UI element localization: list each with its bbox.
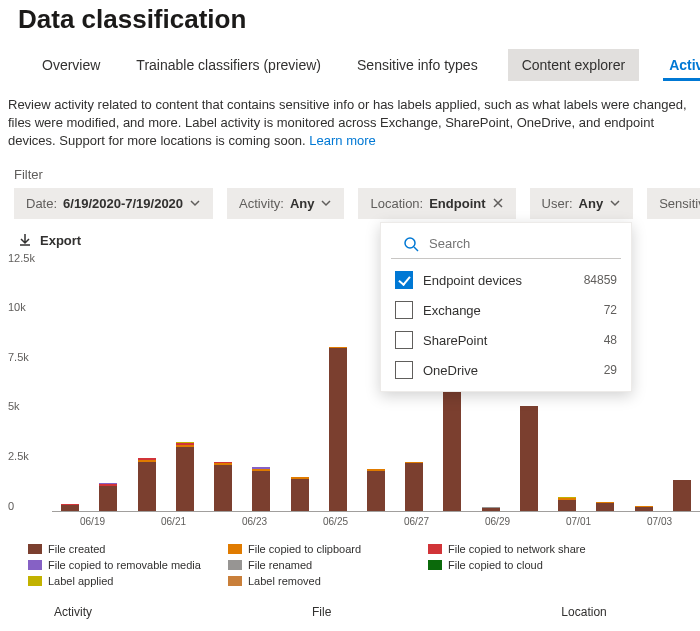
filter-sensitivity[interactable]: Sensitivity xyxy=(647,188,700,219)
legend-item: File copied to cloud xyxy=(428,559,628,571)
chevron-down-icon xyxy=(609,197,621,209)
filter-bar: Date: 6/19/2020-7/19/2020 Activity: Any … xyxy=(4,188,700,219)
legend-item: File renamed xyxy=(228,559,428,571)
footer-columns: Activity File Location xyxy=(14,587,700,619)
bar-column[interactable] xyxy=(128,252,164,511)
bar-column[interactable] xyxy=(167,252,203,511)
tab-bar: OverviewTrainable classifiers (preview)S… xyxy=(4,49,700,82)
legend-item: Label applied xyxy=(28,575,228,587)
chevron-down-icon xyxy=(189,197,201,209)
bar-column[interactable] xyxy=(664,252,700,511)
legend-item: File copied to network share xyxy=(428,543,628,555)
dropdown-option[interactable]: SharePoint48 xyxy=(381,325,631,355)
svg-point-0 xyxy=(405,238,415,248)
description: Review activity related to content that … xyxy=(4,96,700,151)
page-title: Data classification xyxy=(18,4,700,35)
dropdown-option[interactable]: Endpoint devices84859 xyxy=(381,265,631,295)
bar-column[interactable] xyxy=(52,252,88,511)
tab-overview[interactable]: Overview xyxy=(36,49,106,81)
filter-activity[interactable]: Activity: Any xyxy=(227,188,344,219)
y-axis: 12.5k10k7.5k5k2.5k0 xyxy=(8,252,35,512)
bar-column[interactable] xyxy=(243,252,279,511)
tab-sensitive-info-types[interactable]: Sensitive info types xyxy=(351,49,484,81)
bar-column[interactable] xyxy=(90,252,126,511)
dropdown-search-input[interactable] xyxy=(427,235,609,252)
dropdown-option[interactable]: Exchange72 xyxy=(381,295,631,325)
bar-column[interactable] xyxy=(320,252,356,511)
legend: File createdFile copied to clipboardFile… xyxy=(14,537,700,587)
location-dropdown[interactable]: Endpoint devices84859Exchange72SharePoin… xyxy=(380,222,632,392)
legend-item: File copied to clipboard xyxy=(228,543,428,555)
checkbox[interactable] xyxy=(395,301,413,319)
close-icon[interactable] xyxy=(492,197,504,209)
download-icon xyxy=(18,233,32,247)
tab-activity-explorer[interactable]: Activity explorer xyxy=(663,49,700,81)
checkbox[interactable] xyxy=(395,331,413,349)
dropdown-search[interactable] xyxy=(391,229,621,259)
filter-user[interactable]: User: Any xyxy=(530,188,634,219)
dropdown-option[interactable]: OneDrive29 xyxy=(381,355,631,385)
chevron-down-icon xyxy=(320,197,332,209)
checkbox[interactable] xyxy=(395,361,413,379)
legend-item: File created xyxy=(28,543,228,555)
legend-item: Label removed xyxy=(228,575,428,587)
legend-item: File copied to removable media xyxy=(28,559,228,571)
tab-trainable-classifiers-preview-[interactable]: Trainable classifiers (preview) xyxy=(130,49,327,81)
tab-content-explorer[interactable]: Content explorer xyxy=(508,49,640,81)
bar-column[interactable] xyxy=(281,252,317,511)
filter-heading: Filter xyxy=(4,167,700,188)
filter-date[interactable]: Date: 6/19/2020-7/19/2020 xyxy=(14,188,213,219)
x-axis: 06/1906/2106/2306/2506/2706/2907/0107/03 xyxy=(52,512,700,537)
learn-more-link[interactable]: Learn more xyxy=(309,133,375,148)
checkbox[interactable] xyxy=(395,271,413,289)
bar-column[interactable] xyxy=(205,252,241,511)
filter-location[interactable]: Location: Endpoint xyxy=(358,188,515,219)
search-icon xyxy=(403,236,419,252)
